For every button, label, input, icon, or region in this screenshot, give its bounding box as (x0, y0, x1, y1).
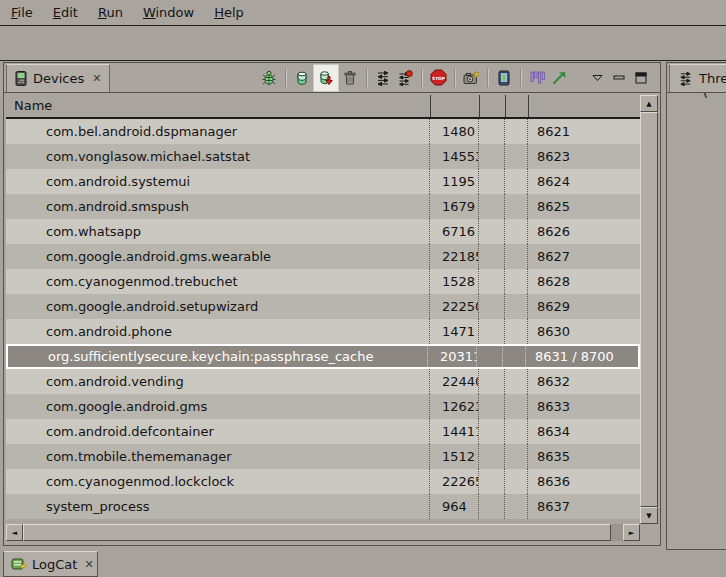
device-row[interactable]: com.whatsapp67168626 (6, 219, 640, 244)
device-row[interactable]: com.android.defcontainer144118634 (6, 419, 640, 444)
tab-devices[interactable]: Devices ✕ (6, 64, 110, 92)
cell-port: 8637 (528, 494, 640, 519)
cell-pid: 1679 (430, 194, 479, 219)
cell-c3 (479, 219, 505, 244)
toolbar-separator (421, 69, 422, 87)
cell-port: 8634 (528, 419, 640, 444)
horizontal-scrollbar-track[interactable] (611, 524, 623, 541)
toolbar-separator (487, 69, 488, 87)
device-row[interactable]: com.android.systemui11958624 (6, 169, 640, 194)
device-phone-icon (15, 71, 27, 86)
cell-port: 8629 (528, 294, 640, 319)
cell-c3 (479, 194, 505, 219)
cell-c3 (479, 419, 505, 444)
cell-port: 8636 (528, 469, 640, 494)
device-row[interactable]: com.android.vending224408632 (6, 369, 640, 394)
device-row[interactable]: system_process9648637 (6, 494, 640, 519)
cell-port: 8624 (528, 169, 640, 194)
cell-name: com.vonglasow.michael.satstat (6, 144, 430, 169)
tab-devices-close-icon[interactable]: ✕ (92, 72, 101, 85)
cell-c3 (479, 269, 505, 294)
view-menu-chevron-icon[interactable] (586, 66, 608, 90)
cell-name: com.android.phone (6, 319, 430, 344)
device-row-selected[interactable]: org.sufficientlysecure.keychain:passphra… (6, 344, 640, 369)
cell-c3 (479, 319, 505, 344)
table-header[interactable]: Name (6, 95, 640, 119)
main-toolbar-strip (0, 27, 726, 61)
stop-process-icon[interactable]: STOP (427, 66, 449, 90)
scroll-left-button[interactable]: ◄ (6, 524, 23, 541)
device-row[interactable]: com.tmobile.thememanager15128635 (6, 444, 640, 469)
device-row[interactable]: com.google.android.gms126238633 (6, 394, 640, 419)
cell-name: com.tmobile.thememanager (6, 444, 430, 469)
vertical-scrollbar[interactable]: ▲ ▼ (640, 95, 658, 524)
devices-toolbar: STOP (258, 64, 660, 92)
device-row[interactable]: com.vonglasow.michael.satstat145538623 (6, 144, 640, 169)
tab-devices-label: Devices (33, 71, 84, 86)
column-header-name[interactable]: Name (6, 95, 640, 117)
update-heap-icon[interactable] (291, 66, 313, 90)
dump-hprof-icon[interactable] (313, 64, 339, 92)
cell-c4 (505, 444, 528, 469)
device-row[interactable]: com.bel.android.dspmanager14808621 (6, 119, 640, 144)
cell-c4 (505, 469, 528, 494)
systrace-icon[interactable] (526, 66, 548, 90)
cell-pid: 1195 (430, 169, 479, 194)
opengl-trace-icon[interactable] (548, 66, 570, 90)
device-row[interactable]: com.cyanogenmod.lockclock222658636 (6, 469, 640, 494)
menu-edit[interactable]: Edit (53, 5, 78, 20)
column-divider[interactable] (430, 95, 431, 117)
minimize-icon[interactable] (608, 66, 630, 90)
cell-name: com.android.systemui (6, 169, 430, 194)
cell-name: org.sufficientlysecure.keychain:passphra… (8, 346, 428, 367)
cell-c4 (505, 269, 528, 294)
device-screen-icon[interactable] (493, 66, 515, 90)
menu-file[interactable]: File (11, 5, 33, 20)
tab-logcat-close-icon[interactable]: ✕ (84, 558, 93, 571)
device-row[interactable]: com.google.android.gms.wearable221858627 (6, 244, 640, 269)
start-method-profiling-icon[interactable] (394, 66, 416, 90)
column-divider[interactable] (479, 95, 480, 117)
screen-capture-camera-icon[interactable] (460, 66, 482, 90)
device-row[interactable]: com.android.phone14718630 (6, 319, 640, 344)
scroll-down-button[interactable]: ▼ (640, 507, 658, 524)
device-row[interactable]: com.cyanogenmod.trebuchet15288628 (6, 269, 640, 294)
cell-port: 8632 (528, 369, 640, 394)
cell-port: 8626 (528, 219, 640, 244)
cell-pid: 1528 (430, 269, 479, 294)
vertical-scrollbar-thumb[interactable] (640, 112, 658, 507)
cell-c4 (505, 319, 528, 344)
device-row[interactable]: com.android.smspush16798625 (6, 194, 640, 219)
cell-c3 (479, 394, 505, 419)
maximize-icon[interactable] (630, 66, 652, 90)
threads-icon (678, 71, 693, 86)
menu-help[interactable]: Help (214, 5, 244, 20)
logcat-icon (11, 557, 27, 571)
scroll-right-button[interactable]: ► (623, 524, 640, 541)
cause-gc-trash-icon[interactable] (339, 66, 361, 90)
horizontal-scrollbar-thumb[interactable] (23, 524, 611, 541)
scroll-up-button[interactable]: ▲ (640, 95, 658, 112)
update-threads-icon[interactable] (372, 66, 394, 90)
cell-name: com.android.defcontainer (6, 419, 430, 444)
menu-window[interactable]: Window (143, 5, 194, 20)
tab-threads[interactable]: Threa (669, 64, 726, 92)
device-row[interactable]: com.google.android.setupwizard222508629 (6, 294, 640, 319)
cell-name: system_process (6, 494, 430, 519)
cell-c3 (479, 119, 505, 144)
cell-pid: 20311 (428, 346, 477, 367)
column-divider[interactable] (505, 95, 506, 117)
cell-c4 (505, 194, 528, 219)
cell-pid: 14553 (430, 144, 479, 169)
cell-c3 (479, 369, 505, 394)
menu-run[interactable]: Run (98, 5, 123, 20)
cell-port: 8627 (528, 244, 640, 269)
column-divider[interactable] (528, 95, 529, 117)
cell-c4 (505, 144, 528, 169)
devices-tabbar: Devices ✕ (4, 63, 660, 93)
cell-port: 8628 (528, 269, 640, 294)
tab-logcat[interactable]: LogCat ✕ (3, 551, 98, 577)
debug-process-icon[interactable] (258, 66, 280, 90)
cell-pid: 22250 (430, 294, 479, 319)
horizontal-scrollbar[interactable]: ◄ ► (6, 524, 640, 541)
